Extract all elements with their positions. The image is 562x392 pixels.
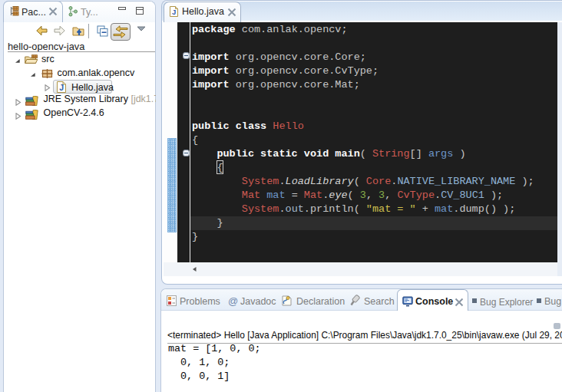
svg-text:J: J xyxy=(59,83,64,92)
svg-text:J: J xyxy=(172,8,176,16)
